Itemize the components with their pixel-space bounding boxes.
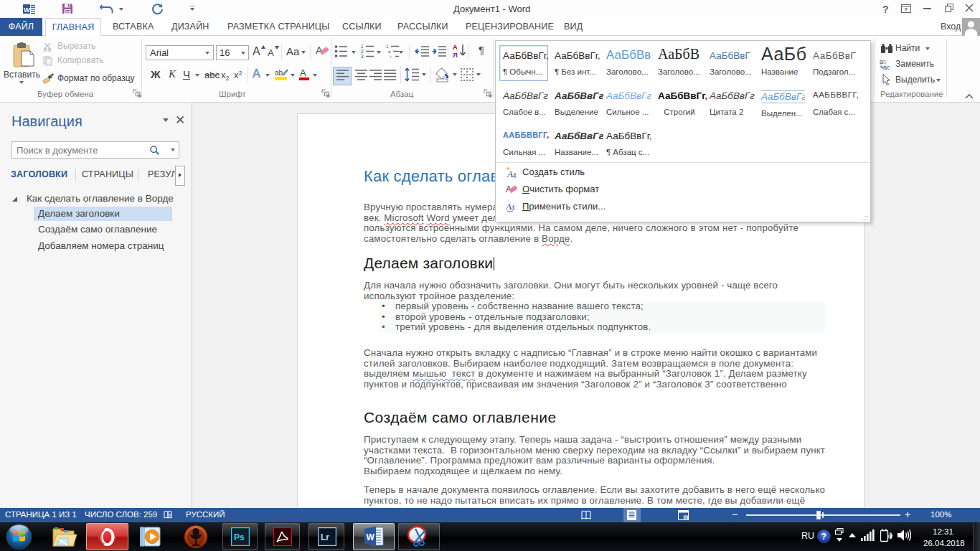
svg-text:ac: ac [883,64,890,70]
svg-text:?: ? [821,532,826,542]
svg-text:4: 4 [512,171,517,179]
svg-text:A: A [300,67,306,78]
svg-text:4: 4 [511,203,515,212]
svg-text:x: x [169,512,171,517]
svg-text:а: а [388,50,391,54]
svg-text:W: W [367,532,375,542]
svg-text:А: А [453,43,458,51]
svg-text:1: 1 [386,44,389,49]
svg-text:W: W [24,6,30,14]
svg-text:2: 2 [361,49,364,54]
svg-text:1: 1 [361,44,364,49]
svg-text:Lr: Lr [321,532,329,542]
svg-text:3: 3 [361,54,364,58]
svg-text:ab: ab [275,69,283,77]
svg-text:Я: Я [453,51,458,59]
svg-text:Ps: Ps [234,532,245,542]
svg-text:i: i [390,55,391,58]
